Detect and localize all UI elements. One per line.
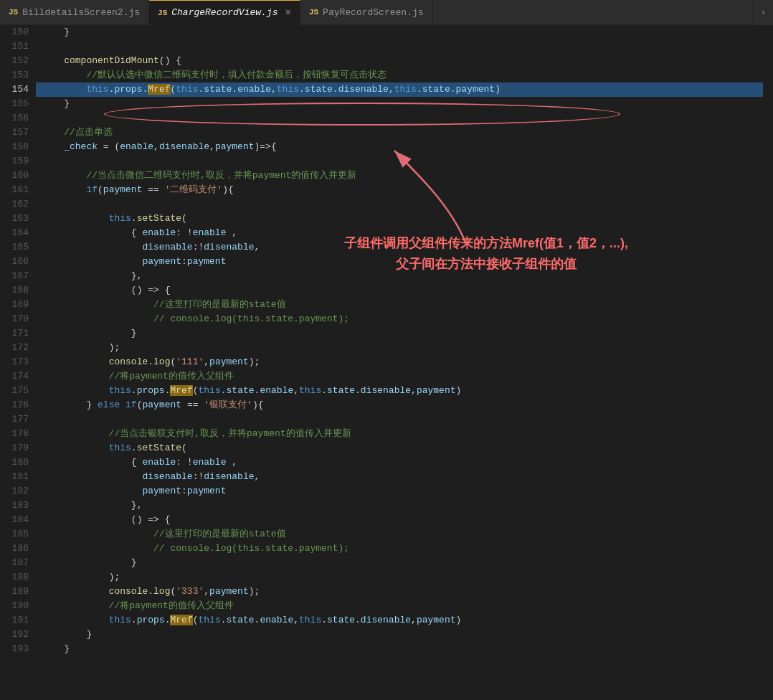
code-line-184: () => {: [36, 513, 763, 527]
line-num-154: 154: [0, 82, 29, 97]
code-line-154: this.props.Mref(this.state.enable,this.s…: [36, 82, 763, 97]
code-line-160: //当点击微信二维码支付时,取反，并将payment的值传入并更新: [36, 169, 763, 183]
line-num-171: 171: [0, 326, 29, 341]
line-num-161: 161: [0, 183, 29, 197]
line-num-179: 179: [0, 441, 29, 455]
code-line-158: _check = (enable,disenable,payment)=>{: [36, 140, 763, 154]
line-num-193: 193: [0, 642, 29, 656]
code-line-167: },: [36, 269, 763, 283]
line-num-153: 153: [0, 68, 29, 82]
line-num-155: 155: [0, 97, 29, 111]
tab-label-3: PayRecordScreen.js: [323, 7, 423, 18]
line-num-166: 166: [0, 255, 29, 269]
code-line-182: payment:payment: [36, 484, 763, 498]
code-line-186: // console.log(this.state.payment);: [36, 541, 763, 556]
line-num-190: 190: [0, 599, 29, 613]
line-num-164: 164: [0, 226, 29, 240]
code-line-151: [36, 39, 763, 54]
line-num-174: 174: [0, 369, 29, 384]
line-num-158: 158: [0, 140, 29, 154]
code-line-192: }: [36, 628, 763, 642]
code-line-170: // console.log(this.state.payment);: [36, 312, 763, 326]
code-line-163: this.setState(: [36, 212, 763, 226]
code-line-183: },: [36, 498, 763, 513]
line-num-163: 163: [0, 212, 29, 226]
line-num-168: 168: [0, 283, 29, 298]
line-num-165: 165: [0, 240, 29, 255]
code-line-177: [36, 412, 763, 427]
line-num-182: 182: [0, 484, 29, 498]
line-num-176: 176: [0, 398, 29, 412]
code-line-155: }: [36, 97, 763, 111]
line-num-183: 183: [0, 498, 29, 513]
code-line-175: this.props.Mref(this.state.enable,this.s…: [36, 384, 763, 398]
line-num-188: 188: [0, 570, 29, 585]
code-line-176: } else if(payment == '银联支付'){: [36, 398, 763, 412]
code-line-165: disenable:!disenable,: [36, 240, 763, 255]
line-num-157: 157: [0, 126, 29, 140]
code-line-180: { enable: !enable ,: [36, 455, 763, 470]
code-line-166: payment:payment: [36, 255, 763, 269]
line-num-162: 162: [0, 197, 29, 212]
line-num-186: 186: [0, 541, 29, 556]
line-num-160: 160: [0, 169, 29, 183]
line-num-185: 185: [0, 527, 29, 541]
code-line-153: //默认认选中微信二维码支付时，填入付款金额后，按钮恢复可点击状态: [36, 68, 763, 82]
tab-js-icon-3: JS: [309, 8, 318, 16]
sidebar-collapse-button[interactable]: ›: [753, 0, 773, 25]
code-editor[interactable]: } componentDidMount() { //默认认选中微信二维码支付时，…: [36, 25, 763, 700]
code-line-164: { enable: !enable ,: [36, 226, 763, 240]
tab-close-button[interactable]: ×: [285, 7, 290, 19]
line-num-175: 175: [0, 384, 29, 398]
line-num-150: 150: [0, 25, 29, 39]
code-line-173: console.log('111',payment);: [36, 355, 763, 369]
code-line-191: this.props.Mref(this.state.enable,this.s…: [36, 613, 763, 628]
code-line-161: if(payment == '二维码支付'){: [36, 183, 763, 197]
line-num-184: 184: [0, 513, 29, 527]
line-num-177: 177: [0, 412, 29, 427]
code-line-157: //点击单选: [36, 126, 763, 140]
code-line-150: }: [36, 25, 763, 39]
line-num-173: 173: [0, 355, 29, 369]
line-num-152: 152: [0, 54, 29, 68]
line-num-156: 156: [0, 111, 29, 126]
tab-chargerecord[interactable]: JS ChargeRecordView.js ×: [149, 0, 300, 24]
line-num-169: 169: [0, 298, 29, 312]
vertical-scrollbar[interactable]: [763, 25, 773, 700]
tab-billdetails[interactable]: JS BilldetailsScreen2.js: [0, 0, 149, 24]
line-num-178: 178: [0, 427, 29, 441]
code-line-156: [36, 111, 763, 126]
code-line-152: componentDidMount() {: [36, 54, 763, 68]
code-line-178: //当点击银联支付时,取反，并将payment的值传入并更新: [36, 427, 763, 441]
code-line-179: this.setState(: [36, 441, 763, 455]
code-container: 150 151 152 153 154 155 156 157 158 159 …: [0, 25, 773, 700]
line-num-192: 192: [0, 628, 29, 642]
line-num-187: 187: [0, 556, 29, 570]
code-line-189: console.log('333',payment);: [36, 585, 763, 599]
tab-label-1: BilldetailsScreen2.js: [22, 7, 140, 18]
code-line-185: //这里打印的是最新的state值: [36, 527, 763, 541]
code-line-181: disenable:!disenable,: [36, 470, 763, 484]
line-numbers: 150 151 152 153 154 155 156 157 158 159 …: [0, 25, 36, 700]
tab-payrecord[interactable]: JS PayRecordScreen.js: [300, 0, 433, 24]
line-num-151: 151: [0, 39, 29, 54]
code-line-169: //这里打印的是最新的state值: [36, 298, 763, 312]
code-line-171: }: [36, 326, 763, 341]
code-line-193: }: [36, 642, 763, 656]
line-num-167: 167: [0, 269, 29, 283]
line-num-172: 172: [0, 341, 29, 355]
code-line-159: [36, 154, 763, 169]
code-line-187: }: [36, 556, 763, 570]
tab-label-2: ChargeRecordView.js: [171, 7, 278, 18]
line-num-170: 170: [0, 312, 29, 326]
line-num-159: 159: [0, 154, 29, 169]
code-line-168: () => {: [36, 283, 763, 298]
code-line-188: );: [36, 570, 763, 585]
tab-js-icon-2: JS: [158, 9, 167, 17]
tab-bar: JS BilldetailsScreen2.js JS ChargeRecord…: [0, 0, 773, 25]
code-line-190: //将payment的值传入父组件: [36, 599, 763, 613]
line-num-189: 189: [0, 585, 29, 599]
code-line-174: //将payment的值传入父组件: [36, 369, 763, 384]
line-num-191: 191: [0, 613, 29, 628]
line-num-181: 181: [0, 470, 29, 484]
